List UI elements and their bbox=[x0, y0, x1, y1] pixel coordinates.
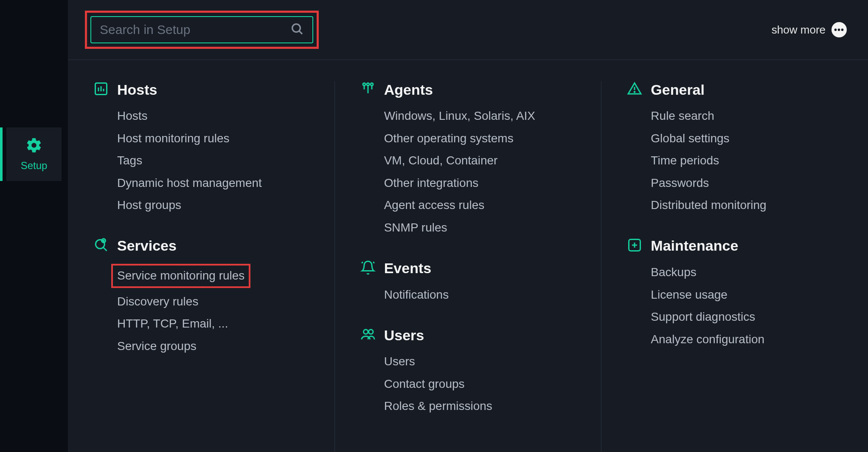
section-items: BackupsLicense usageSupport diagnosticsA… bbox=[627, 264, 843, 348]
menu-item-roles-permissions[interactable]: Roles & permissions bbox=[384, 398, 576, 415]
section-title: General bbox=[651, 82, 705, 98]
bell-icon bbox=[360, 260, 376, 277]
menu-item-distributed-monitoring[interactable]: Distributed monitoring bbox=[651, 197, 843, 214]
menu-item-vm-cloud-container[interactable]: VM, Cloud, Container bbox=[384, 152, 576, 170]
menu-item-service-monitoring-rules[interactable]: Service monitoring rules bbox=[111, 264, 250, 288]
menu-item-notifications[interactable]: Notifications bbox=[384, 286, 576, 304]
section-title: Maintenance bbox=[651, 237, 738, 254]
svg-line-7 bbox=[104, 248, 107, 251]
section-title: Services bbox=[117, 237, 177, 254]
section-hosts: HostsHostsHost monitoring rulesTagsDynam… bbox=[93, 81, 309, 214]
section-items: UsersContact groupsRoles & permissions bbox=[360, 353, 576, 415]
menu-item-windows-linux-solaris-aix[interactable]: Windows, Linux, Solaris, AIX bbox=[384, 107, 576, 125]
search-box[interactable] bbox=[90, 16, 313, 43]
network-icon bbox=[360, 81, 376, 98]
sidebar: Setup bbox=[0, 0, 68, 452]
show-more-label: show more bbox=[772, 23, 826, 37]
more-icon: ••• bbox=[831, 22, 847, 37]
svg-point-17 bbox=[363, 330, 368, 334]
section-header-users[interactable]: Users bbox=[360, 327, 576, 344]
menu-item-other-integrations[interactable]: Other integrations bbox=[384, 175, 576, 192]
section-header-maintenance[interactable]: Maintenance bbox=[627, 237, 843, 254]
svg-point-20 bbox=[634, 92, 635, 93]
menu-item-rule-search[interactable]: Rule search bbox=[651, 107, 843, 125]
main-content: show more ••• HostsHostsHost monitoring … bbox=[68, 0, 868, 452]
section-header-agents[interactable]: Agents bbox=[360, 81, 576, 98]
search-highlight-box bbox=[85, 11, 319, 49]
column-1: AgentsWindows, Linux, Solaris, AIXOther … bbox=[335, 81, 602, 452]
svg-point-0 bbox=[292, 24, 301, 32]
menu-item-contact-groups[interactable]: Contact groups bbox=[384, 376, 576, 393]
menu-item-discovery-rules[interactable]: Discovery rules bbox=[117, 293, 309, 311]
section-title: Hosts bbox=[117, 82, 157, 98]
menu-item-host-groups[interactable]: Host groups bbox=[117, 197, 309, 214]
menu-item-agent-access-rules[interactable]: Agent access rules bbox=[384, 197, 576, 214]
section-header-hosts[interactable]: Hosts bbox=[93, 81, 309, 98]
section-maintenance: MaintenanceBackupsLicense usageSupport d… bbox=[627, 237, 843, 348]
menu-item-time-periods[interactable]: Time periods bbox=[651, 152, 843, 170]
bar-chart-icon bbox=[93, 81, 109, 98]
magnify-plus-icon bbox=[93, 237, 109, 254]
svg-point-18 bbox=[368, 330, 373, 334]
section-header-events[interactable]: Events bbox=[360, 260, 576, 277]
svg-point-12 bbox=[367, 83, 369, 86]
section-services: ServicesService monitoring rulesDiscover… bbox=[93, 237, 309, 355]
menu-item-users[interactable]: Users bbox=[384, 353, 576, 370]
menu-item-host-monitoring-rules[interactable]: Host monitoring rules bbox=[117, 130, 309, 147]
menu-item-hosts[interactable]: Hosts bbox=[117, 107, 309, 125]
search-input[interactable] bbox=[100, 23, 290, 37]
svg-point-13 bbox=[371, 83, 373, 86]
menu-item-license-usage[interactable]: License usage bbox=[651, 286, 843, 304]
menu-item-http-tcp-email[interactable]: HTTP, TCP, Email, ... bbox=[117, 315, 309, 333]
section-items: Rule searchGlobal settingsTime periodsPa… bbox=[627, 107, 843, 214]
sidebar-item-label: Setup bbox=[21, 160, 48, 172]
section-items: Windows, Linux, Solaris, AIXOther operat… bbox=[360, 107, 576, 237]
menu-item-backups[interactable]: Backups bbox=[651, 264, 843, 281]
section-items: Service monitoring rulesDiscovery rulesH… bbox=[93, 264, 309, 355]
users-icon bbox=[360, 327, 376, 344]
section-items: HostsHost monitoring rulesTagsDynamic ho… bbox=[93, 107, 309, 214]
section-events: EventsNotifications bbox=[360, 260, 576, 304]
column-2: GeneralRule searchGlobal settingsTime pe… bbox=[601, 81, 868, 452]
section-users: UsersUsersContact groupsRoles & permissi… bbox=[360, 327, 576, 415]
menu-item-tags[interactable]: Tags bbox=[117, 152, 309, 170]
sidebar-item-setup[interactable]: Setup bbox=[6, 127, 62, 181]
gear-icon bbox=[25, 137, 42, 155]
show-more-button[interactable]: show more ••• bbox=[772, 22, 847, 37]
section-title: Agents bbox=[384, 82, 433, 98]
menu-item-analyze-configuration[interactable]: Analyze configuration bbox=[651, 331, 843, 348]
section-general: GeneralRule searchGlobal settingsTime pe… bbox=[627, 81, 843, 214]
section-header-services[interactable]: Services bbox=[93, 237, 309, 254]
search-icon bbox=[290, 22, 304, 37]
section-agents: AgentsWindows, Linux, Solaris, AIXOther … bbox=[360, 81, 576, 237]
header: show more ••• bbox=[68, 0, 868, 60]
menu-item-other-operating-systems[interactable]: Other operating systems bbox=[384, 130, 576, 147]
menu-item-passwords[interactable]: Passwords bbox=[651, 175, 843, 192]
column-0: HostsHostsHost monitoring rulesTagsDynam… bbox=[68, 81, 335, 452]
menu-item-snmp-rules[interactable]: SNMP rules bbox=[384, 219, 576, 237]
section-title: Users bbox=[384, 327, 424, 344]
plus-box-icon bbox=[627, 237, 642, 254]
menu-item-support-diagnostics[interactable]: Support diagnostics bbox=[651, 308, 843, 326]
section-title: Events bbox=[384, 260, 432, 277]
svg-line-1 bbox=[299, 31, 302, 34]
section-header-general[interactable]: General bbox=[627, 81, 843, 98]
menu-item-dynamic-host-management[interactable]: Dynamic host management bbox=[117, 175, 309, 192]
columns: HostsHostsHost monitoring rulesTagsDynam… bbox=[68, 60, 868, 452]
warning-icon bbox=[627, 81, 642, 98]
menu-item-global-settings[interactable]: Global settings bbox=[651, 130, 843, 147]
section-items: Notifications bbox=[360, 286, 576, 304]
svg-point-11 bbox=[363, 83, 365, 86]
menu-item-service-groups[interactable]: Service groups bbox=[117, 338, 309, 355]
